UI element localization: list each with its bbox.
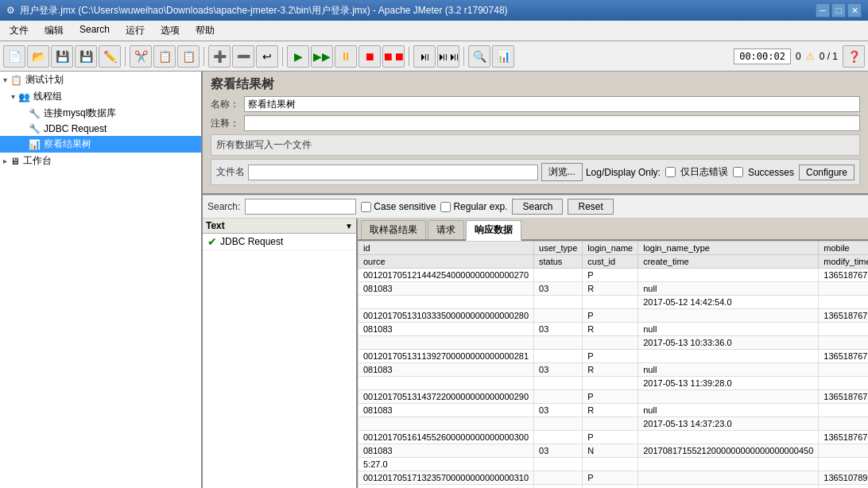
name-input[interactable] (244, 96, 860, 112)
sidebar-item-test-plan[interactable]: ▾ 📋 测试计划 (0, 72, 201, 88)
table-cell (534, 471, 583, 485)
panel-title: 察看结果树 (211, 76, 860, 93)
search-input[interactable] (245, 199, 356, 215)
menu-item-Search[interactable]: Search (73, 22, 116, 39)
response-data-table: id user_type login_name login_name_type … (358, 241, 868, 488)
table-cell: 0012017051214442540000000000000270 (358, 269, 534, 282)
stop-now-button[interactable]: ⏹⏹ (382, 45, 405, 68)
table-cell (583, 336, 638, 350)
menu-item-选项[interactable]: 选项 (154, 22, 186, 39)
search-label: Search: (207, 201, 240, 212)
table-cell (819, 404, 868, 417)
minimize-button[interactable]: ─ (816, 3, 830, 17)
start-no-pause-button[interactable]: ▶▶ (311, 45, 333, 68)
cut-button[interactable]: ✂️ (130, 45, 152, 68)
errors-only-checkbox[interactable] (665, 167, 676, 177)
stop-button[interactable]: ⏹ (358, 45, 381, 68)
results-tree-icon: 📊 (29, 139, 41, 150)
tab-request[interactable]: 请求 (428, 220, 464, 239)
magnify-button[interactable]: 🔍 (468, 45, 490, 68)
title-bar: ⚙ 用户登录.jmx (C:\Users\wuweihao\Downloads\… (0, 0, 868, 21)
table-cell (358, 296, 534, 309)
table-cell (819, 336, 868, 350)
pause-button[interactable]: ⏸ (335, 45, 357, 68)
table-cell (358, 336, 534, 350)
table-cell (583, 458, 638, 471)
help-button[interactable]: ❓ (843, 45, 865, 68)
comment-row: 注释： (211, 115, 860, 131)
regex-checkbox[interactable] (440, 202, 451, 212)
col-mobile: mobile (819, 242, 868, 255)
table-row: 2017-05-12 14:42:54.020 (358, 296, 869, 309)
case-sensitive-checkbox[interactable] (361, 202, 371, 212)
table-cell (534, 296, 583, 309)
table-cell (534, 350, 583, 363)
menu-item-文件[interactable]: 文件 (3, 22, 35, 39)
table-cell (638, 471, 819, 485)
sidebar-item-results-tree[interactable]: 📊 察看结果树 (0, 136, 201, 153)
col-login-name-type: login_name_type (638, 242, 819, 255)
table-cell (583, 417, 638, 431)
table-row: 0012017051310333500000000000000280P13651… (358, 309, 869, 323)
save-button[interactable]: 💾 (75, 45, 97, 68)
thread-group-icon: 👥 (18, 91, 30, 103)
comment-input[interactable] (244, 115, 860, 131)
table-cell (638, 309, 819, 323)
toolbar-separator-5 (463, 47, 464, 66)
remote-start-button[interactable]: ⏯ (413, 45, 436, 68)
app-icon: ⚙ (6, 5, 15, 16)
results-area: Text ▼ ✔ JDBC Request 取样器结果 请求 响应数据 (203, 219, 868, 488)
result-item-jdbc[interactable]: ✔ JDBC Request (203, 234, 356, 250)
column-sort-arrow[interactable]: ▼ (345, 222, 353, 230)
table-row: 2017-05-13 10:33:36.020 (358, 336, 869, 350)
successes-checkbox[interactable] (733, 167, 743, 177)
success-icon: ✔ (207, 235, 217, 248)
table-cell: 2017-05-13 14:37:23.0 (638, 417, 819, 431)
sidebar-item-workspace[interactable]: ▸ 🖥 工作台 (0, 153, 201, 169)
errors-only-label: 仅日志错误 (680, 165, 728, 179)
table-row: 0012017051314372200000000000000290P13651… (358, 390, 869, 404)
close-button[interactable]: ✕ (847, 3, 862, 17)
sidebar-item-jdbc[interactable]: 🔧 JDBC Request (0, 122, 201, 136)
edit-button[interactable]: ✏️ (99, 45, 121, 68)
new-button[interactable]: 📄 (3, 45, 25, 68)
open-button[interactable]: 📂 (27, 45, 49, 68)
table-cell (534, 269, 583, 282)
toolbar-right: 00:00:02 0 ⚠ 0 / 1 ❓ (734, 45, 865, 68)
sidebar-item-label-4: JDBC Request (44, 123, 107, 134)
start-button[interactable]: ▶ (287, 45, 309, 68)
menu-item-编辑[interactable]: 编辑 (38, 22, 70, 39)
save-all-button[interactable]: 💾 (51, 45, 73, 68)
col-modify-time: modify_time (819, 255, 868, 269)
tab-response-data[interactable]: 响应数据 (466, 220, 521, 241)
configure-button[interactable]: Configure (799, 165, 854, 180)
paste-button[interactable]: 📋 (177, 45, 200, 68)
table-cell: 0012017051314372200000000000000290 (358, 390, 534, 404)
data-table-container: id user_type login_name login_name_type … (358, 241, 868, 488)
add-button[interactable]: ➕ (208, 45, 231, 68)
reset-button[interactable]: ↩ (256, 45, 278, 68)
file-input[interactable] (248, 165, 538, 180)
browse-button[interactable]: 浏览... (541, 163, 583, 181)
table-cell: P (583, 390, 638, 404)
copy-button[interactable]: 📋 (153, 45, 176, 68)
menu-item-运行[interactable]: 运行 (119, 22, 151, 39)
table-cell: 20170817155212000000000000000000450 (638, 444, 819, 458)
table-body: 0012017051214442540000000000000270P13651… (358, 269, 869, 489)
table-cell: 0012017051713235700000000000000310 (358, 471, 534, 485)
sidebar-item-mysql[interactable]: 🔧 连接mysql数据库 (0, 105, 201, 122)
sidebar-item-thread-group[interactable]: ▾ 👥 线程组 (0, 88, 201, 105)
reset-search-button[interactable]: Reset (568, 199, 613, 215)
chart-button[interactable]: 📊 (492, 45, 514, 68)
table-cell: N (583, 444, 638, 458)
table-cell: 03 (534, 323, 583, 336)
time-display: 00:00:02 (734, 48, 791, 64)
search-button[interactable]: Search (512, 199, 563, 215)
remote-start-all-button[interactable]: ⏯⏯ (437, 45, 459, 68)
remove-button[interactable]: ➖ (232, 45, 254, 68)
menu-item-帮助[interactable]: 帮助 (189, 22, 221, 39)
sidebar: ▾ 📋 测试计划 ▾ 👥 线程组 🔧 连接mysql数据库 🔧 JDBC Req… (0, 72, 203, 488)
table-cell (583, 377, 638, 390)
maximize-button[interactable]: □ (831, 3, 846, 17)
tab-sampler-results[interactable]: 取样器结果 (361, 220, 426, 239)
